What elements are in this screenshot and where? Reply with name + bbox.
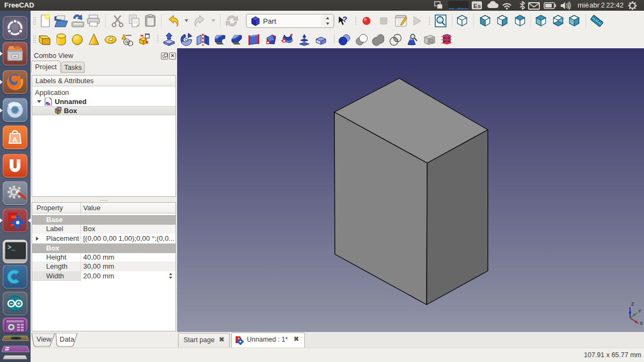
svg-text:Part: Part <box>263 17 276 25</box>
svg-text:A: A <box>12 136 18 144</box>
svg-text:X: X <box>640 321 643 326</box>
svg-text:?: ? <box>342 14 347 24</box>
svg-text:Data: Data <box>60 335 75 343</box>
svg-text:Y: Y <box>638 308 641 314</box>
svg-text:Es: Es <box>473 3 481 9</box>
svg-text:View: View <box>36 335 52 343</box>
svg-text:H: H <box>58 107 61 110</box>
svg-text:Z: Z <box>631 301 634 307</box>
